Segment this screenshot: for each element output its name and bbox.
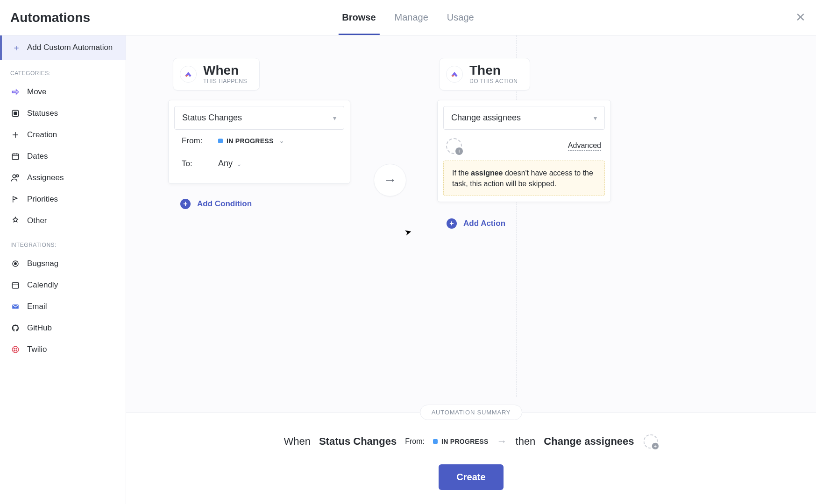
warning-message: If the assignee doesn't have access to t… xyxy=(443,161,605,196)
to-status-picker[interactable]: Any ⌄ xyxy=(218,159,242,168)
svg-rect-7 xyxy=(12,283,19,288)
sidebar-item-label: Calendly xyxy=(27,280,58,290)
sidebar-item-assignees[interactable]: Assignees xyxy=(0,167,126,189)
sidebar-item-dates[interactable]: Dates xyxy=(0,146,126,167)
from-label: From: xyxy=(182,136,207,146)
svg-point-10 xyxy=(16,348,17,349)
tab-manage[interactable]: Manage xyxy=(395,0,428,35)
sidebar-item-creation[interactable]: Creation xyxy=(0,124,126,146)
sidebar-item-move[interactable]: Move xyxy=(0,81,126,103)
layout: ＋ Add Custom Automation CATEGORIES: Move… xyxy=(0,35,816,504)
status-color-swatch xyxy=(218,139,223,143)
then-title: Then xyxy=(469,64,518,77)
page-title: Automations xyxy=(10,10,90,25)
trigger-card: Status Changes ▾ From: IN PROGRESS ⌄ To:… xyxy=(168,100,350,184)
sidebar-item-label: Move xyxy=(27,87,47,97)
svg-point-6 xyxy=(14,263,17,265)
bugsnag-icon xyxy=(10,259,21,269)
then-subtitle: DO THIS ACTION xyxy=(469,78,518,84)
arrow-right-icon: → xyxy=(497,435,507,448)
to-status-value: Any xyxy=(218,159,233,168)
sidebar-item-label: Twilio xyxy=(27,345,47,354)
clickup-logo-icon xyxy=(180,66,197,83)
twilio-icon xyxy=(10,344,21,355)
sidebar-item-other[interactable]: Other xyxy=(0,210,126,231)
action-select[interactable]: Change assignees ▾ xyxy=(443,106,605,130)
sidebar: ＋ Add Custom Automation CATEGORIES: Move… xyxy=(0,35,126,504)
sidebar-item-twilio[interactable]: Twilio xyxy=(0,339,126,360)
builder-canvas: When THIS HAPPENS Then DO THIS ACTION St… xyxy=(126,35,816,504)
advanced-link[interactable]: Advanced xyxy=(568,141,601,151)
clickup-logo-icon xyxy=(446,66,463,83)
add-condition-button[interactable]: + Add Condition xyxy=(180,199,252,209)
summary-then-action: Change assignees xyxy=(544,435,634,448)
sidebar-item-label: Creation xyxy=(27,130,57,140)
integrations-heading: INTEGRATIONS: xyxy=(0,231,126,253)
trigger-select[interactable]: Status Changes ▾ xyxy=(174,106,344,130)
summary-assignee-picker[interactable] xyxy=(643,434,658,449)
priorities-icon xyxy=(10,194,21,204)
summary-from-value: IN PROGRESS xyxy=(441,438,489,445)
chevron-down-icon: ▾ xyxy=(333,114,336,122)
categories-heading: CATEGORIES: xyxy=(0,60,126,81)
create-button[interactable]: Create xyxy=(439,464,503,490)
sidebar-item-label: GitHub xyxy=(27,323,52,333)
tab-usage[interactable]: Usage xyxy=(447,0,474,35)
sidebar-item-bugsnag[interactable]: Bugsnag xyxy=(0,253,126,274)
svg-point-12 xyxy=(16,350,17,351)
add-action-label: Add Action xyxy=(463,219,505,228)
sidebar-item-label: Priorities xyxy=(27,195,58,204)
add-custom-label: Add Custom Automation xyxy=(27,43,113,52)
summary-bar: AUTOMATION SUMMARY When Status Changes F… xyxy=(126,413,816,504)
assignee-picker[interactable] xyxy=(446,138,462,154)
sidebar-item-label: Statuses xyxy=(27,109,58,118)
chevron-down-icon: ▾ xyxy=(594,114,597,122)
sidebar-item-github[interactable]: GitHub xyxy=(0,317,126,339)
plus-circle-icon: + xyxy=(180,199,191,209)
action-select-value: Change assignees xyxy=(451,113,521,123)
close-icon[interactable]: ✕ xyxy=(795,10,806,25)
action-card: Change assignees ▾ Advanced If the assig… xyxy=(437,100,611,202)
cursor-icon: ➤ xyxy=(403,226,412,238)
summary-from-status: IN PROGRESS xyxy=(433,438,489,445)
arrow-right-icon: → xyxy=(374,164,406,196)
chevron-down-icon: ⌄ xyxy=(279,138,284,144)
dates-icon xyxy=(10,151,21,161)
sidebar-item-label: Bugsnag xyxy=(27,259,58,268)
header-tabs: Browse Manage Usage xyxy=(342,0,474,35)
warning-text: If the xyxy=(452,169,471,177)
sidebar-item-priorities[interactable]: Priorities xyxy=(0,189,126,210)
plus-circle-icon: + xyxy=(447,218,457,229)
svg-point-8 xyxy=(12,346,19,353)
warning-bold: assignee xyxy=(471,169,503,177)
sidebar-item-statuses[interactable]: Statuses xyxy=(0,103,126,124)
header: Automations Browse Manage Usage ✕ xyxy=(0,0,816,35)
summary-when-word: When xyxy=(284,435,310,448)
trigger-select-value: Status Changes xyxy=(182,113,242,123)
sidebar-item-calendly[interactable]: Calendly xyxy=(0,274,126,296)
sidebar-item-label: Dates xyxy=(27,152,48,161)
from-status-picker[interactable]: IN PROGRESS ⌄ xyxy=(218,137,284,145)
github-icon xyxy=(10,323,21,333)
sidebar-item-email[interactable]: Email xyxy=(0,296,126,317)
summary-heading: AUTOMATION SUMMARY xyxy=(420,405,523,420)
svg-point-3 xyxy=(13,175,16,178)
tab-browse[interactable]: Browse xyxy=(342,0,376,35)
chevron-down-icon: ⌄ xyxy=(236,160,242,168)
status-icon xyxy=(10,108,21,119)
add-custom-automation[interactable]: ＋ Add Custom Automation xyxy=(0,35,126,60)
svg-point-9 xyxy=(14,348,15,349)
svg-rect-2 xyxy=(12,154,19,160)
to-label: To: xyxy=(182,159,207,168)
when-subtitle: THIS HAPPENS xyxy=(203,78,247,84)
svg-rect-1 xyxy=(14,112,17,115)
summary-then-word: then xyxy=(516,435,536,448)
add-action-button[interactable]: + Add Action xyxy=(447,218,505,229)
svg-point-4 xyxy=(16,175,19,177)
summary-when-event: Status Changes xyxy=(319,435,397,448)
other-icon xyxy=(10,216,21,226)
status-color-swatch xyxy=(433,439,438,444)
svg-point-11 xyxy=(14,350,15,351)
sidebar-item-label: Assignees xyxy=(27,173,64,182)
summary-line: When Status Changes From: IN PROGRESS → … xyxy=(126,434,816,449)
